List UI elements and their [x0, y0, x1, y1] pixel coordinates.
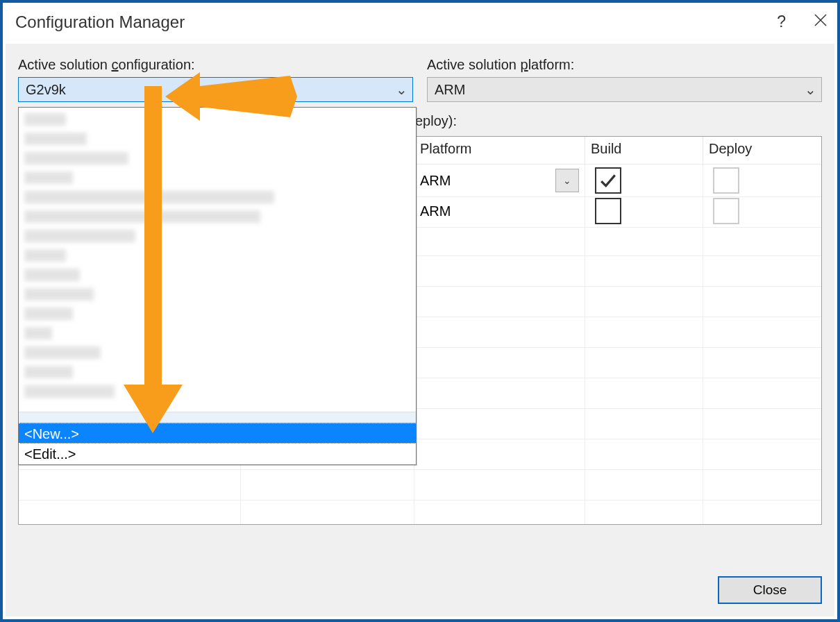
close-window-icon[interactable] [814, 12, 828, 31]
col-deploy[interactable]: Deploy [703, 137, 821, 164]
client-area: Active solution configuration: G2v9k ⌄ A… [6, 44, 834, 616]
platform-cell: ARM [420, 203, 579, 219]
active-config-combo[interactable]: G2v9k ⌄ [18, 77, 413, 102]
platform-cell-combo[interactable]: ARM ⌄ [420, 169, 579, 192]
col-platform[interactable]: Platform [414, 137, 585, 164]
active-config-label: Active solution configuration: [18, 57, 413, 77]
chevron-down-icon: ⌄ [396, 81, 405, 98]
deploy-checkbox[interactable] [713, 167, 739, 194]
dropdown-item-new[interactable]: <New...> [19, 423, 416, 444]
titlebar: Configuration Manager ? [3, 3, 837, 41]
build-checkbox[interactable] [595, 198, 621, 224]
dropdown-item-edit[interactable]: <Edit...> [19, 444, 416, 464]
active-config-value: G2v9k [26, 82, 396, 98]
active-platform-value: ARM [435, 82, 805, 98]
close-button[interactable]: Close [718, 576, 822, 604]
deploy-checkbox[interactable] [713, 198, 739, 224]
col-build[interactable]: Build [585, 137, 703, 164]
build-checkbox[interactable] [595, 167, 621, 194]
help-icon[interactable]: ? [777, 12, 786, 31]
chevron-down-icon[interactable]: ⌄ [555, 169, 579, 192]
chevron-down-icon: ⌄ [805, 81, 814, 98]
configuration-manager-window: Configuration Manager ? Active solution … [0, 0, 840, 622]
active-platform-label: Active solution platform: [427, 57, 822, 77]
dropdown-blurred-items [19, 108, 416, 412]
active-platform-combo[interactable]: ARM ⌄ [427, 77, 822, 102]
config-dropdown[interactable]: <New...> <Edit...> [18, 107, 417, 465]
window-title: Configuration Manager [15, 12, 185, 32]
